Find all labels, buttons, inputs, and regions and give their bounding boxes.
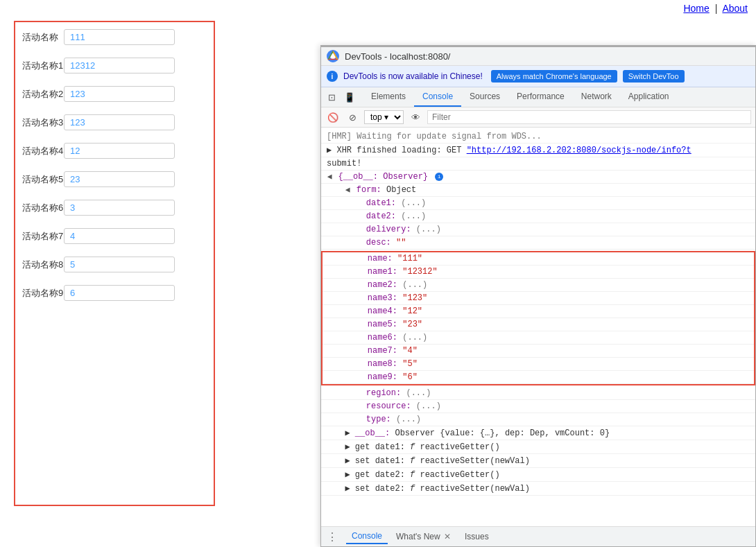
highlighted-prop-line: name1: "12312" xyxy=(323,266,754,279)
form-input[interactable] xyxy=(64,285,175,301)
prop-line: region: (...) xyxy=(321,387,755,400)
clear-console-btn[interactable]: 🚫 xyxy=(325,110,341,125)
devtools-title: DevTools - localhost:8080/ xyxy=(345,51,450,62)
form-row: 活动名称8 xyxy=(22,257,207,272)
bottom-tab-console[interactable]: Console xyxy=(346,529,388,544)
tab-icon-group: ⊡ 📱 xyxy=(324,89,357,105)
form-object-line: ▼ form: Object xyxy=(321,184,755,197)
ob-line: ▶ __ob__: Observer {value: {…}, dep: Dep… xyxy=(321,426,755,440)
console-output: [HMR] Waiting for update signal from WDS… xyxy=(321,128,755,526)
form-label: 活动名称3 xyxy=(22,116,64,129)
form-input[interactable] xyxy=(64,171,175,187)
form-row: 活动名称6 xyxy=(22,200,207,216)
eye-icon-btn[interactable]: 👁 xyxy=(408,110,423,125)
form-input[interactable] xyxy=(64,86,175,102)
highlighted-prop-line: name7: "4" xyxy=(323,345,754,358)
prop-line: resource: (...) xyxy=(321,400,755,413)
form-label: 活动名称1 xyxy=(22,60,64,72)
observer-header-line: ▼ {__ob__: Observer} i xyxy=(321,171,755,184)
prop-line: date2: (...) xyxy=(321,210,755,223)
form-row: 活动名称9 xyxy=(22,285,207,301)
tab-application[interactable]: Application xyxy=(620,87,678,107)
form-label: 活动名称8 xyxy=(22,259,64,271)
highlighted-prop-line: name5: "23" xyxy=(323,318,754,331)
tab-network[interactable]: Network xyxy=(573,87,620,107)
cursor-icon-btn[interactable]: ⊡ xyxy=(324,89,339,105)
console-line: ▶ XHR finished loading: GET "http://192.… xyxy=(321,144,755,157)
home-link[interactable]: Home xyxy=(683,3,709,14)
prop-line: type: (...) xyxy=(321,413,755,426)
nav-separator: | xyxy=(715,3,718,14)
form-row: 活动名称7 xyxy=(22,228,207,244)
form-row: 活动名称 xyxy=(22,29,207,45)
about-link[interactable]: About xyxy=(722,3,748,14)
bottom-tab-issues[interactable]: Issues xyxy=(459,530,495,544)
highlighted-props-box: name: "111" name1: "12312" name2: (...) … xyxy=(321,251,755,385)
tab-performance[interactable]: Performance xyxy=(508,87,573,107)
highlighted-prop-line: name9: "6" xyxy=(323,371,754,384)
form-panel: 活动名称活动名称1活动名称2活动名称3活动名称4活动名称5活动名称6活动名称7活… xyxy=(14,21,215,506)
devtools-banner: i DevTools is now available in Chinese! … xyxy=(321,66,755,87)
block-btn[interactable]: ⊘ xyxy=(345,110,360,125)
switch-devtools-btn[interactable]: Switch DevToo xyxy=(623,70,685,83)
form-label: 活动名称 xyxy=(22,31,64,44)
form-row: 活动名称5 xyxy=(22,171,207,187)
context-select[interactable]: top ▾ xyxy=(364,110,404,124)
form-row: 活动名称3 xyxy=(22,114,207,130)
tab-elements[interactable]: Elements xyxy=(363,87,414,107)
form-row: 活动名称1 xyxy=(22,58,207,73)
chrome-icon xyxy=(327,50,339,62)
banner-text: DevTools is now available in Chinese! xyxy=(343,71,483,81)
form-input[interactable] xyxy=(64,257,175,272)
tab-console[interactable]: Console xyxy=(414,87,461,107)
getter-setter-line: ▶ set date2: f reactiveSetter(newVal) xyxy=(321,482,755,496)
top-nav: Home | About xyxy=(675,0,756,17)
console-line: [HMR] Waiting for update signal from WDS… xyxy=(321,130,755,144)
highlighted-prop-line: name8: "5" xyxy=(323,358,754,371)
info-icon: i xyxy=(327,71,338,82)
console-toolbar: 🚫 ⊘ top ▾ 👁 xyxy=(321,107,755,128)
tab-sources[interactable]: Sources xyxy=(461,87,508,107)
bottom-tab-whatsnew[interactable]: What's New ✕ xyxy=(390,530,456,544)
form-input[interactable] xyxy=(64,114,175,130)
dots-icon[interactable]: ⋮ xyxy=(327,530,338,544)
always-match-btn[interactable]: Always match Chrome's language xyxy=(491,70,617,83)
devtools-titlebar: DevTools - localhost:8080/ xyxy=(321,47,755,66)
getter-setter-line: ▶ get date2: f reactiveGetter() xyxy=(321,468,755,482)
getter-setter-line: ▶ set date1: f reactiveSetter(newVal) xyxy=(321,454,755,468)
devtools-bottom-tabs: ⋮ Console What's New ✕ Issues xyxy=(321,526,755,546)
form-row: 活动名称4 xyxy=(22,143,207,159)
form-label: 活动名称6 xyxy=(22,202,64,214)
devtools-panel: DevTools - localhost:8080/ i DevTools is… xyxy=(320,45,756,547)
form-label: 活动名称5 xyxy=(22,173,64,186)
prop-line: date1: (...) xyxy=(321,197,755,210)
highlighted-prop-line: name3: "123" xyxy=(323,292,754,305)
form-input[interactable] xyxy=(64,29,175,45)
highlighted-prop-line: name4: "12" xyxy=(323,305,754,318)
form-row: 活动名称2 xyxy=(22,86,207,102)
form-label: 活动名称9 xyxy=(22,287,64,299)
form-input[interactable] xyxy=(64,200,175,216)
prop-line: desc: "" xyxy=(321,236,755,250)
form-label: 活动名称4 xyxy=(22,145,64,157)
form-input[interactable] xyxy=(64,58,175,73)
form-input[interactable] xyxy=(64,228,175,244)
highlighted-prop-line: name: "111" xyxy=(323,252,754,266)
highlighted-prop-line: name2: (...) xyxy=(323,279,754,292)
highlighted-prop-line: name6: (...) xyxy=(323,331,754,345)
form-input[interactable] xyxy=(64,143,175,159)
devtools-tabs: ⊡ 📱 Elements Console Sources Performance… xyxy=(321,87,755,107)
mobile-icon-btn[interactable]: 📱 xyxy=(342,89,357,105)
form-label: 活动名称2 xyxy=(22,88,64,101)
console-line: submit! xyxy=(321,157,755,171)
form-label: 活动名称7 xyxy=(22,230,64,243)
getter-setter-line: ▶ get date1: f reactiveGetter() xyxy=(321,440,755,454)
close-whatsnew[interactable]: ✕ xyxy=(444,532,451,541)
filter-input[interactable] xyxy=(427,110,751,124)
prop-line: delivery: (...) xyxy=(321,223,755,236)
